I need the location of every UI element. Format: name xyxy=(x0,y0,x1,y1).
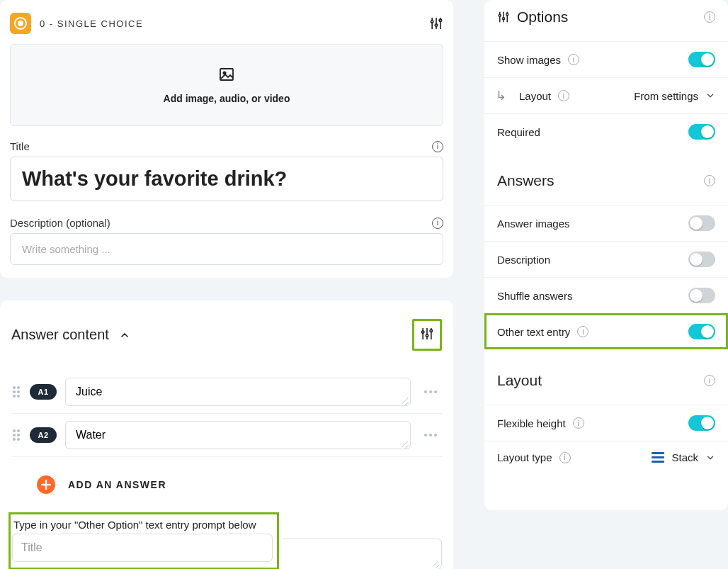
question-header: 0 - SINGLE CHOICE xyxy=(10,10,443,44)
info-icon[interactable]: i xyxy=(559,452,571,463)
answers-heading: Answers xyxy=(497,172,554,189)
option-label: Required xyxy=(497,126,540,138)
other-option-title-input[interactable] xyxy=(12,534,273,562)
info-icon[interactable]: i xyxy=(577,326,588,337)
svg-point-7 xyxy=(439,19,441,21)
answer-row: A1 xyxy=(11,371,442,413)
svg-point-11 xyxy=(422,331,424,333)
svg-rect-8 xyxy=(220,69,233,80)
toggle-other-text-entry[interactable] xyxy=(688,324,715,339)
option-layout-type: Layout type i Stack xyxy=(484,441,728,473)
svg-point-32 xyxy=(429,434,432,436)
svg-point-39 xyxy=(506,13,508,16)
info-icon[interactable]: i xyxy=(704,175,715,186)
add-media-label: Add image, audio, or video xyxy=(164,93,290,104)
more-icon[interactable] xyxy=(419,433,442,437)
svg-point-3 xyxy=(431,21,433,23)
select-value: From settings xyxy=(634,90,698,102)
svg-point-35 xyxy=(499,14,501,16)
toggle-description[interactable] xyxy=(688,252,715,267)
option-label: Show images xyxy=(497,54,561,66)
option-shuffle-answers: Shuffle answers xyxy=(484,277,728,313)
info-icon[interactable]: i xyxy=(573,417,584,429)
toggle-flexible-height[interactable] xyxy=(688,415,715,431)
svg-point-1 xyxy=(18,21,23,26)
option-layout-sub: ↳ Layout i From settings xyxy=(484,77,728,113)
answer-settings-icon[interactable] xyxy=(416,322,438,345)
svg-point-27 xyxy=(13,434,16,436)
drag-handle-icon[interactable] xyxy=(11,385,21,399)
info-icon[interactable]: i xyxy=(558,90,569,101)
svg-point-25 xyxy=(13,429,16,432)
svg-point-18 xyxy=(13,390,16,393)
toggle-required[interactable] xyxy=(688,124,715,140)
description-label: Description (optional) xyxy=(10,217,110,229)
other-option-highlight: Type in your "Other Option" text entry p… xyxy=(8,512,279,569)
option-show-images: Show images i xyxy=(484,41,728,77)
svg-point-24 xyxy=(434,390,437,393)
info-icon[interactable]: i xyxy=(432,141,443,152)
add-media-box[interactable]: Add image, audio, or video xyxy=(10,44,443,126)
add-answer-label: ADD AN ANSWER xyxy=(68,479,166,490)
answer-text-input[interactable] xyxy=(65,378,411,406)
option-description: Description xyxy=(484,241,728,277)
other-option-extra-area[interactable] xyxy=(283,539,442,569)
option-label: Other text entry xyxy=(497,326,570,338)
svg-point-20 xyxy=(13,395,16,398)
title-label: Title xyxy=(10,140,30,152)
plus-icon xyxy=(37,475,55,494)
options-heading: Options xyxy=(517,9,568,26)
layout-type-select[interactable]: Stack xyxy=(652,451,715,463)
chevron-down-icon xyxy=(705,453,715,463)
toggle-show-images[interactable] xyxy=(688,52,715,67)
chevron-up-icon[interactable] xyxy=(119,329,130,341)
option-label: Flexible height xyxy=(497,417,566,429)
info-icon[interactable]: i xyxy=(568,54,579,65)
answer-row: A2 xyxy=(11,414,442,456)
svg-point-29 xyxy=(13,438,16,441)
svg-point-31 xyxy=(424,434,427,436)
layout-sub-select[interactable]: From settings xyxy=(634,90,715,102)
svg-point-21 xyxy=(17,395,20,398)
answer-content-card: Answer content xyxy=(0,300,453,569)
option-label: Layout xyxy=(519,90,551,102)
svg-point-17 xyxy=(17,386,20,389)
svg-point-16 xyxy=(13,386,16,389)
add-answer-button[interactable]: ADD AN ANSWER xyxy=(11,457,442,512)
answer-code-pill: A1 xyxy=(30,384,57,400)
more-icon[interactable] xyxy=(419,390,442,394)
subdirectory-arrow-icon: ↳ xyxy=(496,88,506,103)
question-description-input[interactable] xyxy=(10,233,443,265)
option-label: Answer images xyxy=(497,218,570,230)
chevron-down-icon xyxy=(705,91,715,101)
option-label: Shuffle answers xyxy=(497,290,572,302)
answer-settings-highlight xyxy=(412,319,442,351)
layout-heading: Layout xyxy=(497,372,542,389)
drag-handle-icon[interactable] xyxy=(11,428,21,442)
svg-point-26 xyxy=(17,429,20,432)
svg-point-5 xyxy=(435,24,437,26)
stack-icon xyxy=(652,452,664,463)
toggle-answer-images[interactable] xyxy=(688,215,715,231)
svg-point-23 xyxy=(429,390,432,393)
image-icon xyxy=(218,66,235,83)
info-icon[interactable]: i xyxy=(432,218,443,229)
settings-icon xyxy=(497,11,510,23)
question-title-input[interactable] xyxy=(10,157,443,201)
question-settings-icon[interactable] xyxy=(429,16,443,30)
svg-point-37 xyxy=(503,18,505,20)
option-label: Layout type xyxy=(497,451,552,463)
svg-point-33 xyxy=(434,434,437,436)
svg-point-15 xyxy=(430,329,432,332)
info-icon[interactable]: i xyxy=(704,11,715,23)
single-choice-icon xyxy=(10,13,31,34)
option-label: Description xyxy=(497,254,550,266)
question-type-label: 0 - SINGLE CHOICE xyxy=(40,18,143,29)
toggle-shuffle[interactable] xyxy=(688,288,715,303)
svg-point-28 xyxy=(17,434,20,436)
info-icon[interactable]: i xyxy=(704,375,715,386)
answer-code-pill: A2 xyxy=(30,427,57,443)
answer-text-input[interactable] xyxy=(65,421,411,449)
svg-point-13 xyxy=(426,334,428,337)
option-answer-images: Answer images xyxy=(484,205,728,241)
